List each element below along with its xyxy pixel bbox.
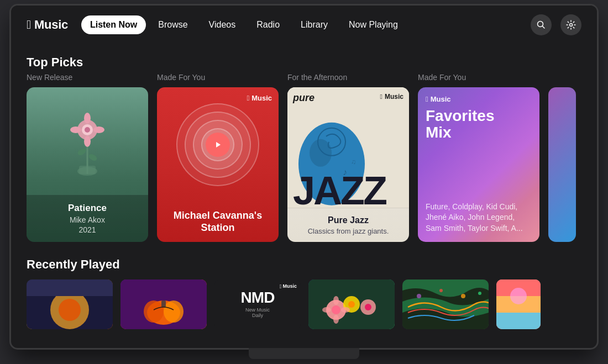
svg-point-28 (164, 300, 184, 323)
card-label-2: For the Afternoon (287, 73, 409, 82)
patience-artist: Mike Akox (35, 215, 139, 224)
svg-point-2 (570, 23, 573, 26)
nav-item-videos[interactable]: Videos (200, 15, 245, 34)
nmd-text: NMD (241, 290, 275, 305)
rc4-artwork (308, 279, 395, 329)
favorites-music-label: Music (431, 95, 451, 103)
svg-marker-15 (216, 142, 221, 147)
svg-point-39 (322, 307, 331, 313)
recently-played-title: Recently Played (27, 257, 581, 272)
nav-item-browse[interactable]: Browse (149, 15, 196, 34)
svg-rect-24 (27, 279, 113, 296)
nav-icons-group (531, 14, 581, 35)
jazz-title: Pure Jazz (295, 215, 401, 225)
patience-card-info: Patience Mike Akox 2021 (27, 195, 148, 241)
app-name: Music (34, 18, 68, 32)
tv-stand (249, 348, 359, 359)
recent-card-1[interactable] (27, 279, 113, 329)
card-patience[interactable]: Patience Mike Akox 2021 (27, 87, 148, 242)
top-picks-cards-row: Patience Mike Akox 2021  Music (27, 87, 581, 242)
favorites-title-main: Favorites (426, 107, 495, 124)
card-labels-row: New Release Made For You For the Afterno… (27, 73, 581, 82)
jazz-card-info: Pure Jazz Classics from jazz giants. (287, 208, 409, 241)
nav-item-now-playing[interactable]: Now Playing (340, 15, 407, 34)
recent-card-partial[interactable] (496, 279, 541, 329)
svg-rect-29 (161, 300, 166, 307)
favorites-artists: Future, Coldplay, Kid Cudi, Jhené Aiko, … (426, 202, 532, 234)
card-label-0: New Release (27, 73, 148, 82)
svg-point-32 (332, 305, 340, 314)
jazz-music-label: Music (385, 93, 403, 101)
patience-title: Patience (35, 203, 139, 214)
play-button[interactable] (206, 133, 230, 157)
navigation-bar:  Music Listen Now Browse Videos Radio L… (11, 6, 597, 44)
svg-line-1 (543, 26, 545, 28)
svg-point-9 (84, 113, 91, 124)
svg-point-44 (461, 294, 465, 298)
recently-played-section: Recently Played (27, 257, 581, 329)
favorites-title: Favorites Mix (426, 108, 532, 142)
nav-item-listen-now[interactable]: Listen Now (81, 15, 146, 34)
jazz-apple-icon:  (380, 93, 382, 101)
nmd-music-label: Music (282, 283, 297, 289)
station-music-label: Music (251, 94, 272, 102)
svg-point-27 (144, 300, 164, 323)
recent-card-nmd[interactable]: NMD New MusicDaily  Music (214, 279, 301, 329)
svg-point-34 (348, 301, 355, 308)
gear-icon (566, 20, 576, 30)
play-icon (213, 140, 222, 149)
svg-point-8 (85, 127, 90, 133)
settings-button[interactable] (560, 14, 581, 35)
rc1-artwork (27, 279, 113, 329)
jazz-text-container: pure JAZZ (293, 93, 403, 208)
jazz-background: ♪ ♫ pure JAZZ  Music (287, 87, 409, 208)
svg-point-14 (88, 153, 98, 162)
svg-point-42 (417, 294, 421, 298)
patience-year: 2021 (35, 225, 139, 234)
rc2-artwork (120, 279, 207, 329)
svg-point-43 (439, 289, 443, 292)
search-button[interactable] (531, 14, 552, 35)
svg-point-13 (77, 147, 87, 157)
recent-card-2[interactable] (120, 279, 207, 329)
recent-card-5[interactable] (402, 279, 489, 329)
nav-item-library[interactable]: Library (292, 15, 337, 34)
recent-card-4[interactable] (308, 279, 395, 329)
svg-point-49 (510, 288, 527, 304)
radio-rings (176, 103, 259, 186)
card-label-4 (548, 73, 576, 82)
svg-rect-5 (79, 166, 96, 174)
tv-screen:  Music Listen Now Browse Videos Radio L… (11, 6, 597, 348)
favorites-title-mix: Mix (426, 124, 452, 141)
svg-point-37 (333, 296, 339, 305)
patience-flowers-svg (62, 105, 112, 177)
search-icon (537, 20, 546, 29)
card-favorites-mix[interactable]:  Music Favorites Mix Future, Coldplay, … (418, 87, 539, 242)
nav-item-radio[interactable]: Radio (248, 15, 289, 34)
svg-point-23 (59, 299, 81, 321)
station-apple-music-badge:  Music (247, 94, 272, 102)
svg-point-10 (84, 136, 91, 147)
rc6-artwork (496, 279, 541, 329)
apple-icon:  (27, 19, 31, 31)
svg-point-45 (478, 292, 481, 295)
svg-point-40 (341, 307, 350, 313)
jazz-artwork: ♪ ♫ pure JAZZ  Music (287, 87, 409, 208)
recently-played-cards-row: NMD New MusicDaily  Music (27, 279, 581, 329)
nmd-sublabel: New MusicDaily (245, 307, 270, 318)
card-jazz[interactable]: ♪ ♫ pure JAZZ  Music (287, 87, 409, 242)
favorites-spacer (426, 144, 532, 197)
favorites-apple-badge:  Music (426, 95, 532, 103)
card-label-1: Made For You (157, 73, 279, 82)
jazz-big-label: JAZZ (293, 174, 386, 208)
card-partial-next[interactable] (548, 87, 576, 242)
station-title: Michael Cavanna's Station (166, 210, 270, 234)
jazz-subtitle: Classics from jazz giants. (295, 227, 401, 235)
nmd-content: NMD New MusicDaily  Music (214, 279, 301, 329)
patience-artwork (51, 87, 123, 196)
jazz-apple-music-badge:  Music (380, 93, 403, 101)
card-station[interactable]:  Music (157, 87, 279, 242)
svg-point-38 (333, 315, 339, 324)
main-content: Top Picks New Release Made For You For t… (11, 44, 597, 340)
station-artwork:  Music (157, 87, 279, 203)
